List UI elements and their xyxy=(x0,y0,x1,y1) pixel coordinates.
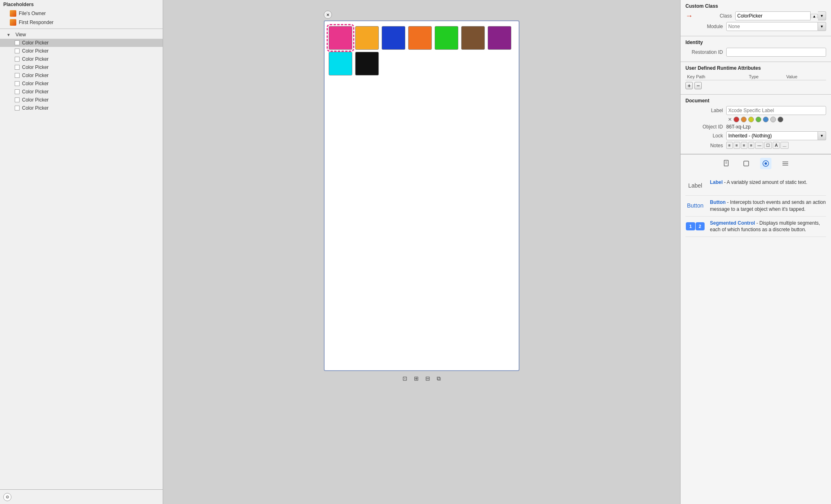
label-library-text: Label - A variably sized amount of stati… xyxy=(710,179,807,186)
remove-attribute-btn[interactable]: − xyxy=(694,82,702,89)
view-item[interactable]: ▼ View xyxy=(0,31,163,39)
lock-row: Lock Inherited - (Nothing) ▼ xyxy=(685,131,826,140)
bottom-circle-button[interactable]: ⊙ xyxy=(3,493,11,501)
notes-more[interactable]: … xyxy=(780,142,789,149)
svg-point-5 xyxy=(765,162,767,165)
restoration-id-input[interactable] xyxy=(726,48,826,57)
color-picker-checkbox-2[interactable] xyxy=(15,57,20,62)
notes-align-center[interactable]: ≡ xyxy=(734,142,740,149)
color-dot-red[interactable] xyxy=(734,117,739,122)
canvas-zoom-out-icon[interactable]: ⊟ xyxy=(425,375,430,382)
button-library-name: Button xyxy=(710,199,726,205)
color-picker-checkbox-3[interactable] xyxy=(15,65,20,70)
lock-input-group: Inherited - (Nothing) ▼ xyxy=(726,131,826,140)
lock-dropdown-btn[interactable]: ▼ xyxy=(818,131,826,140)
first-responder-item[interactable]: First Responder xyxy=(0,18,163,27)
color-picker-item-5[interactable]: Color Picker xyxy=(0,80,163,88)
color-picker-item-2[interactable]: Color Picker xyxy=(0,55,163,63)
color-dot-gray[interactable] xyxy=(770,117,776,122)
notes-dash[interactable]: --- xyxy=(755,142,763,149)
color-swatch-5[interactable] xyxy=(461,26,485,50)
color-dot-green[interactable] xyxy=(756,117,761,122)
inspector-tab-identity[interactable] xyxy=(760,158,771,169)
class-label: Class xyxy=(694,13,735,19)
color-picker-item-1[interactable]: Color Picker xyxy=(0,47,163,55)
notes-align-left[interactable]: ≡ xyxy=(726,142,733,149)
color-swatch-6[interactable] xyxy=(488,26,511,50)
color-swatch-3[interactable] xyxy=(408,26,432,50)
color-dot-yellow[interactable] xyxy=(748,117,754,122)
files-owner-item[interactable]: File's Owner xyxy=(0,9,163,18)
restoration-id-row: Restoration ID xyxy=(685,48,826,57)
object-id-value: 86T-xq-Lzp xyxy=(726,124,751,130)
color-picker-item-3[interactable]: Color Picker xyxy=(0,63,163,71)
lock-select[interactable]: Inherited - (Nothing) xyxy=(726,131,818,140)
key-path-header: Key Path xyxy=(685,73,747,80)
color-picker-label-4: Color Picker xyxy=(22,73,49,78)
document-section: Document Label ✕ Object ID 86T-xq-Lzp Lo… xyxy=(681,95,831,154)
color-picker-checkbox-8[interactable] xyxy=(15,106,20,111)
label-row: Label xyxy=(685,106,826,115)
class-stepper-up[interactable]: ▲ xyxy=(811,14,818,18)
inspector-tab-object[interactable] xyxy=(740,158,752,169)
color-dot-orange[interactable] xyxy=(741,117,747,122)
notes-row: Notes ≡ ≡ ≡ ≡ --- ☐ A … xyxy=(685,142,826,149)
label-input[interactable] xyxy=(726,106,826,115)
add-attribute-btn[interactable]: + xyxy=(685,82,693,89)
class-input[interactable] xyxy=(735,11,811,20)
identity-section: Identity Restoration ID xyxy=(681,36,831,62)
color-swatch-1[interactable] xyxy=(355,26,379,50)
module-input[interactable] xyxy=(726,22,818,31)
color-picker-checkbox-6[interactable] xyxy=(15,89,20,94)
color-picker-item-6[interactable]: Color Picker xyxy=(0,88,163,96)
color-picker-label-0: Color Picker xyxy=(22,40,49,46)
segmented-library-name: Segmented Control xyxy=(710,220,755,226)
notes-align-justify[interactable]: ≡ xyxy=(748,142,755,149)
color-picker-item-4[interactable]: Color Picker xyxy=(0,71,163,80)
color-picker-checkbox-1[interactable] xyxy=(15,49,20,53)
color-picker-checkbox-0[interactable] xyxy=(15,40,20,45)
label-label: Label xyxy=(685,108,726,113)
label-library-name: Label xyxy=(710,179,723,185)
color-picker-checkbox-4[interactable] xyxy=(15,73,20,78)
canvas-bottom-bar: ⊡ ⊞ ⊟ ⧉ xyxy=(324,371,519,386)
color-x-btn[interactable]: ✕ xyxy=(728,117,732,122)
color-swatch-2[interactable] xyxy=(382,26,405,50)
color-swatch-8[interactable] xyxy=(355,52,379,75)
color-picker-item-0[interactable]: Color Picker xyxy=(0,39,163,47)
color-dot-blue[interactable] xyxy=(763,117,769,122)
color-swatch-4[interactable] xyxy=(435,26,458,50)
notes-align-right[interactable]: ≡ xyxy=(741,142,747,149)
inspector-tab-file[interactable] xyxy=(721,158,732,169)
module-dropdown-btn[interactable]: ▼ xyxy=(818,22,826,31)
notes-text[interactable]: A xyxy=(773,142,780,149)
right-panel: Custom Class → Class ▲ ▼ Module ▼ Identi… xyxy=(680,0,831,504)
inspector-tab-attributes[interactable] xyxy=(780,158,791,169)
color-picker-checkbox-7[interactable] xyxy=(15,97,20,102)
color-swatch-0[interactable] xyxy=(329,26,352,50)
view-label: View xyxy=(15,32,26,38)
left-panel: Placeholders File's Owner First Responde… xyxy=(0,0,163,504)
lock-label: Lock xyxy=(685,133,726,139)
class-row: → Class ▲ ▼ xyxy=(685,11,826,20)
color-picker-item-7[interactable]: Color Picker xyxy=(0,96,163,104)
class-dropdown-btn[interactable]: ▼ xyxy=(818,11,826,20)
color-picker-checkbox-5[interactable] xyxy=(15,81,20,86)
canvas-zoom-icon[interactable]: ⊞ xyxy=(414,375,419,382)
type-header: Type xyxy=(747,73,785,80)
module-row: Module ▼ xyxy=(685,22,826,31)
button-library-desc: - Intercepts touch events and sends an a… xyxy=(710,199,826,212)
color-picker-item-8[interactable]: Color Picker xyxy=(0,104,163,112)
canvas-close-button[interactable]: ✕ xyxy=(324,11,332,19)
segmented-icon-visual: 1 2 xyxy=(686,222,704,230)
notes-checkbox[interactable]: ☐ xyxy=(764,142,772,149)
document-color-dots: ✕ xyxy=(728,117,783,122)
color-swatch-7[interactable] xyxy=(329,52,352,75)
add-remove-row: + − xyxy=(685,80,826,91)
canvas-fit-icon[interactable]: ⊡ xyxy=(402,375,407,382)
color-picker-label-7: Color Picker xyxy=(22,97,49,103)
color-dot-dark[interactable] xyxy=(778,117,783,122)
library-item-label: Label Label - A variably sized amount of… xyxy=(685,176,826,196)
value-header: Value xyxy=(785,73,826,80)
canvas-split-icon[interactable]: ⧉ xyxy=(437,375,441,382)
